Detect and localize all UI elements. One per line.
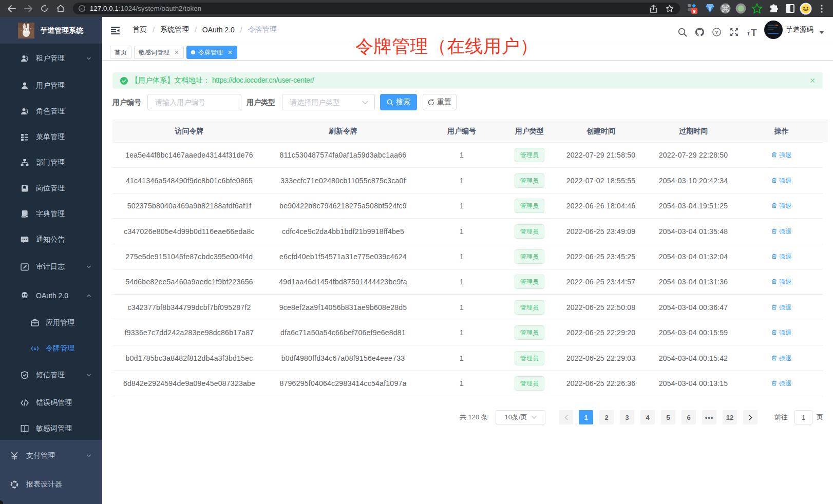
svg-text:?: ? (715, 29, 718, 35)
svg-text:т: т (747, 29, 750, 37)
svg-text:T: T (751, 28, 757, 37)
svg-text:9: 9 (693, 8, 695, 13)
svg-text:A: A (33, 347, 36, 351)
